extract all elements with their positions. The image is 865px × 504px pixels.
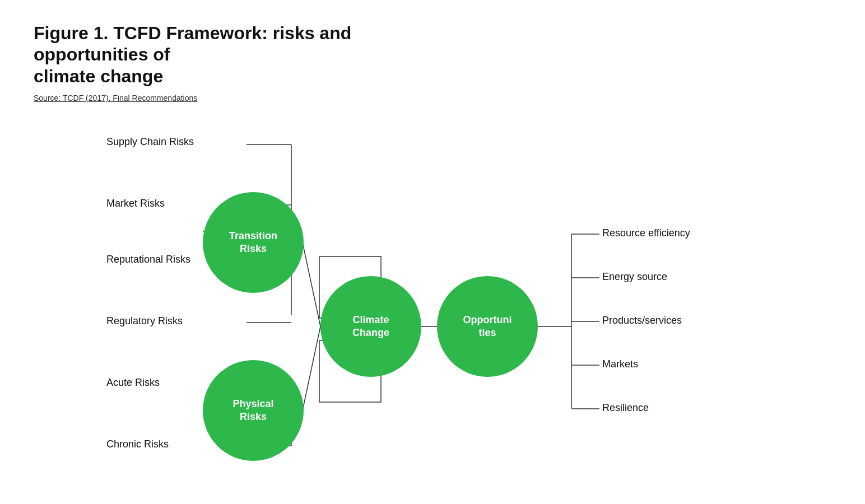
label-chronic-risks: Chronic Risks (106, 438, 169, 450)
label-market-risks: Market Risks (106, 198, 165, 209)
source-text: Source: TCDF (2017). Final Recommendatio… (34, 94, 831, 102)
page-title: Figure 1. TCFD Framework: risks and oppo… (34, 22, 426, 87)
label-resource-efficiency: Resource efficiency (602, 227, 690, 239)
diagram: Supply Chain Risks Market Risks Reputati… (34, 119, 818, 489)
label-energy-source: Energy source (602, 271, 667, 283)
label-supply-chain-risks: Supply Chain Risks (106, 136, 194, 148)
opportunities-circle: Opportuni ties (437, 276, 538, 377)
physical-risks-circle: Physical Risks (203, 360, 304, 461)
diagram-lines (34, 119, 818, 489)
label-reputational-risks: Reputational Risks (106, 254, 190, 265)
transition-risks-circle: Transition Risks (203, 192, 304, 293)
label-acute-risks: Acute Risks (106, 377, 160, 389)
label-products-services: Products/services (602, 315, 682, 326)
page-container: Figure 1. TCFD Framework: risks and oppo… (0, 0, 865, 504)
svg-line-11 (303, 326, 320, 410)
label-markets: Markets (602, 358, 638, 370)
climate-change-circle: Climate Change (320, 276, 421, 377)
svg-line-10 (303, 242, 320, 326)
label-resilience: Resilience (602, 402, 649, 414)
label-regulatory-risks: Regulatory Risks (106, 315, 183, 327)
